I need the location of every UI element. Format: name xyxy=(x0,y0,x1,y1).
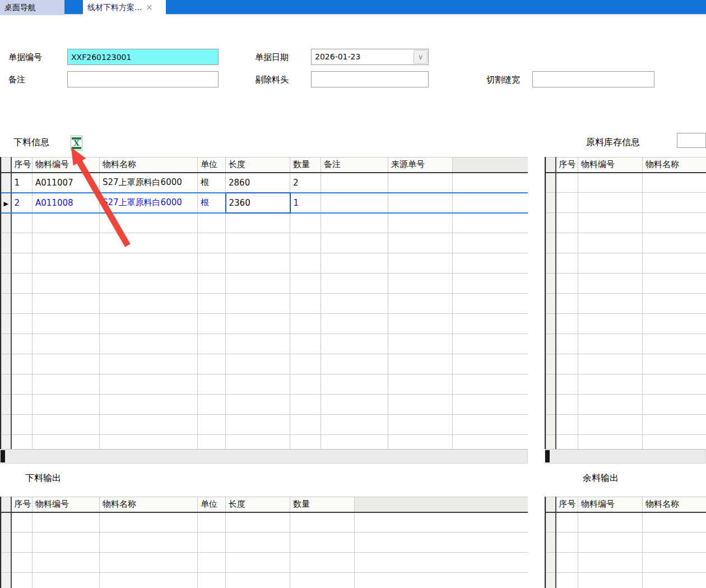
column-header-name[interactable]: 物料名称 xyxy=(643,497,706,512)
row-selector-cell[interactable] xyxy=(546,173,556,193)
table-cell-empty[interactable] xyxy=(11,294,32,314)
table-cell-empty[interactable] xyxy=(226,253,290,274)
column-header-code[interactable]: 物料编号 xyxy=(32,158,100,173)
column-header-code[interactable]: 物料编号 xyxy=(32,497,100,512)
table-cell-empty[interactable] xyxy=(32,334,100,354)
remark-input[interactable] xyxy=(67,71,219,87)
table-cell-empty[interactable] xyxy=(290,415,321,435)
cell-unit[interactable]: 根 xyxy=(198,193,226,213)
table-cell-empty[interactable] xyxy=(578,314,643,334)
table-cell-empty[interactable] xyxy=(226,274,290,294)
cell-extra[interactable] xyxy=(453,173,528,193)
table-cell-empty[interactable] xyxy=(556,173,578,193)
scrollbar-thumb[interactable] xyxy=(1,450,5,462)
row-selector-cell[interactable] xyxy=(546,395,556,415)
table-cell-empty[interactable] xyxy=(388,415,453,435)
table-cell-empty[interactable] xyxy=(453,374,528,395)
table-cell-empty[interactable] xyxy=(100,233,198,253)
cell-name[interactable]: S27上罩原料白6000 xyxy=(100,173,198,193)
table-cell-empty[interactable] xyxy=(226,213,290,233)
table-cell-empty[interactable] xyxy=(556,233,578,253)
column-header-unit[interactable]: 单位 xyxy=(198,497,226,512)
table-cell-empty[interactable] xyxy=(321,233,388,253)
row-selector-cell[interactable] xyxy=(2,294,11,314)
table-cell-empty[interactable] xyxy=(643,334,706,354)
table-cell-empty[interactable] xyxy=(198,253,226,274)
table-cell-empty[interactable] xyxy=(556,193,578,213)
table-cell-empty[interactable] xyxy=(11,435,32,450)
table-cell-empty[interactable] xyxy=(32,213,100,233)
table-cell-empty[interactable] xyxy=(32,512,100,533)
table-cell-empty[interactable] xyxy=(453,253,528,274)
table-cell-empty[interactable] xyxy=(643,395,706,415)
table-cell-empty[interactable] xyxy=(198,233,226,253)
table-cell-empty[interactable] xyxy=(198,573,226,588)
table-cell-empty[interactable] xyxy=(226,435,290,450)
table-cell-empty[interactable] xyxy=(321,334,388,354)
column-header-unit[interactable]: 单位 xyxy=(198,158,226,173)
row-selector-cell[interactable] xyxy=(546,415,556,435)
row-selector-cell[interactable] xyxy=(546,553,556,573)
table-cell-empty[interactable] xyxy=(388,334,453,354)
table-cell-empty[interactable] xyxy=(643,274,706,294)
table-cell-empty[interactable] xyxy=(290,213,321,233)
table-cell-empty[interactable] xyxy=(290,253,321,274)
table-cell-empty[interactable] xyxy=(453,294,528,314)
table-cell-empty[interactable] xyxy=(32,374,100,395)
table-cell-empty[interactable] xyxy=(32,314,100,334)
table-cell-empty[interactable] xyxy=(11,274,32,294)
row-selector-cell[interactable] xyxy=(2,253,11,274)
table-cell-empty[interactable] xyxy=(643,213,706,233)
table-cell-empty[interactable] xyxy=(556,334,578,354)
row-selector-cell[interactable] xyxy=(546,435,556,450)
table-cell-empty[interactable] xyxy=(198,533,226,553)
table-cell-empty[interactable] xyxy=(355,533,528,553)
doc-no-input[interactable] xyxy=(67,49,219,65)
table-cell-empty[interactable] xyxy=(11,334,32,354)
table-cell-empty[interactable] xyxy=(226,415,290,435)
table-cell-empty[interactable] xyxy=(226,553,290,573)
table-cell-empty[interactable] xyxy=(290,334,321,354)
table-cell-empty[interactable] xyxy=(453,213,528,233)
raw-stock-hscrollbar[interactable] xyxy=(545,449,706,464)
table-cell-empty[interactable] xyxy=(453,415,528,435)
cell-length[interactable]: 2860 xyxy=(226,173,290,193)
table-cell-empty[interactable] xyxy=(32,553,100,573)
table-cell-empty[interactable] xyxy=(321,294,388,314)
table-cell-empty[interactable] xyxy=(32,294,100,314)
excel-export-icon[interactable]: X xyxy=(71,136,82,151)
scrollbar-thumb[interactable] xyxy=(545,450,550,462)
table-cell-empty[interactable] xyxy=(100,213,198,233)
table-cell-empty[interactable] xyxy=(388,435,453,450)
table-cell-empty[interactable] xyxy=(578,573,643,588)
table-cell-empty[interactable] xyxy=(100,415,198,435)
table-cell-empty[interactable] xyxy=(643,354,706,374)
row-selector-cell[interactable] xyxy=(2,354,11,374)
table-cell-empty[interactable] xyxy=(643,193,706,213)
cell-qty[interactable]: 2 xyxy=(290,173,321,193)
table-cell-empty[interactable] xyxy=(556,314,578,334)
table-cell-empty[interactable] xyxy=(198,374,226,395)
table-cell-empty[interactable] xyxy=(643,553,706,573)
column-header-name[interactable]: 物料名称 xyxy=(643,158,706,173)
table-cell-empty[interactable] xyxy=(100,274,198,294)
row-selector-cell[interactable] xyxy=(2,274,11,294)
row-selector-cell[interactable]: ▶ xyxy=(2,193,11,213)
row-selector-cell[interactable] xyxy=(546,533,556,553)
table-cell-empty[interactable] xyxy=(556,354,578,374)
table-cell-empty[interactable] xyxy=(643,573,706,588)
table-cell-empty[interactable] xyxy=(643,173,706,193)
table-cell-empty[interactable] xyxy=(453,435,528,450)
cell-code[interactable]: A011007 xyxy=(32,173,100,193)
table-cell-empty[interactable] xyxy=(198,334,226,354)
cell-seq[interactable]: 1 xyxy=(11,173,32,193)
table-cell-empty[interactable] xyxy=(556,213,578,233)
table-cell-empty[interactable] xyxy=(11,573,32,588)
table-cell-empty[interactable] xyxy=(198,415,226,435)
row-selector-cell[interactable] xyxy=(546,233,556,253)
table-cell-empty[interactable] xyxy=(32,415,100,435)
table-cell-empty[interactable] xyxy=(453,233,528,253)
row-selector-cell[interactable] xyxy=(2,533,11,553)
table-cell-empty[interactable] xyxy=(226,314,290,334)
table-cell-empty[interactable] xyxy=(198,294,226,314)
